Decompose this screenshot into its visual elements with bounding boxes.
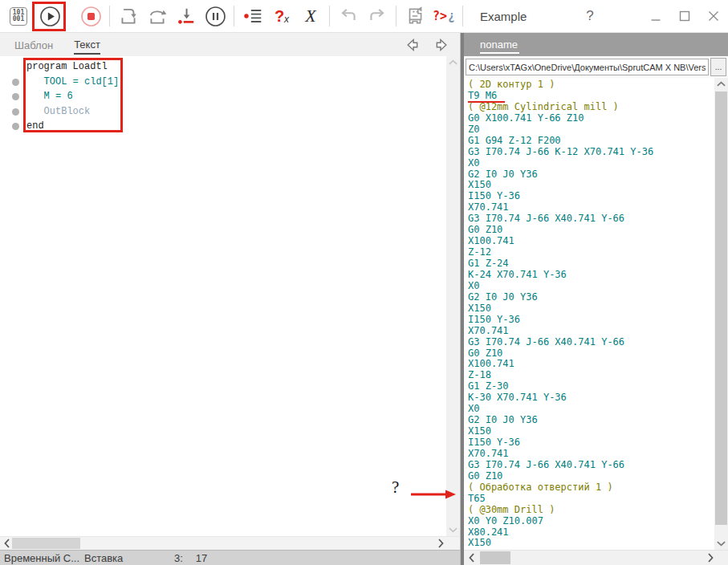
- undo-button[interactable]: [334, 2, 363, 30]
- gcode-output-area[interactable]: ( 2D контур 1 ) T9 M6 ( @12mm Cylindrica…: [464, 78, 728, 550]
- run-to-cursor-button[interactable]: [172, 2, 201, 30]
- gcode-line: X100.741: [468, 236, 710, 247]
- editor-vertical-scrollbar[interactable]: [446, 56, 460, 536]
- editor-tab-bar: Шаблон Текст: [0, 33, 460, 56]
- step-into-button[interactable]: [114, 2, 143, 30]
- editor-line-text: TOOL = cld[1]: [26, 76, 119, 87]
- nav-back-button[interactable]: [405, 36, 423, 54]
- editor-line[interactable]: M = 6: [26, 89, 460, 104]
- gcode-line: G3 I70.74 J-66 X40.741 Y-66: [468, 460, 710, 471]
- minimize-icon: [647, 7, 665, 25]
- gcode-line: X70.741: [468, 202, 710, 213]
- toolbar-separator: [234, 6, 234, 26]
- nav-forward-button[interactable]: [431, 36, 449, 54]
- status-session: Временный С...: [4, 552, 80, 564]
- editor-horizontal-scrollbar[interactable]: [0, 536, 460, 550]
- breakpoint-list-button[interactable]: [238, 2, 267, 30]
- gcode-line-text: X100.741: [468, 358, 514, 369]
- tab-navigation: [405, 36, 453, 54]
- gcode-output[interactable]: ( 2D контур 1 ) T9 M6 ( @12mm Cylindrica…: [464, 78, 728, 550]
- output-tab-bar: noname: [464, 33, 728, 56]
- run-button[interactable]: [35, 2, 64, 30]
- editor-line-text: M = 6: [26, 91, 73, 102]
- tab-noname[interactable]: noname: [480, 39, 519, 54]
- gcode-line: Z-18: [468, 370, 710, 381]
- tab-template[interactable]: Шаблон: [14, 35, 53, 54]
- watch-button[interactable]: ?x: [267, 2, 296, 30]
- gcode-line: G0 Z10: [468, 471, 710, 482]
- gcode-line-text: ( Обработка отверстий 1 ): [468, 482, 613, 493]
- gcode-line-text: G0 Z10: [468, 224, 502, 235]
- browse-button[interactable]: ...: [710, 58, 726, 76]
- scrollbar-thumb[interactable]: [715, 91, 727, 525]
- scroll-left-icon[interactable]: [2, 538, 12, 549]
- scroll-right-icon[interactable]: [706, 552, 715, 563]
- tab-text[interactable]: Текст: [74, 35, 100, 55]
- gcode-line-text: X150: [468, 303, 491, 314]
- machine-button[interactable]: [401, 2, 429, 30]
- gcode-line-text: G3 I70.74 J-66 X40.741 Y-66: [468, 213, 624, 224]
- redo-button[interactable]: [363, 2, 392, 30]
- gcode-line-text: G1 Z-30: [468, 380, 509, 392]
- minimize-button[interactable]: [641, 2, 670, 30]
- status-bar: Временный С... Вставка 3: 17: [0, 550, 460, 565]
- gcode-line-text: X80.241: [468, 526, 509, 538]
- scroll-down-icon[interactable]: [716, 539, 726, 547]
- editor-line[interactable]: end: [26, 119, 460, 134]
- gcode-line: G0 Z10: [468, 348, 710, 360]
- gcode-line-text: ( @30mm Drill ): [468, 504, 555, 515]
- gcode-line: X70.741: [468, 326, 710, 337]
- right-panel: noname ... ( 2D контур 1 ) T9 M6 ( @12mm…: [464, 33, 728, 565]
- gcode-line: X0 Y0 Z10.007: [468, 516, 710, 527]
- scroll-left-icon[interactable]: [467, 552, 477, 563]
- scroll-down-icon[interactable]: [448, 526, 458, 534]
- interpreter-query-button[interactable]: ?>¿: [429, 2, 458, 30]
- editor-line[interactable]: OutBlock: [26, 104, 460, 120]
- scroll-right-icon[interactable]: [436, 538, 445, 549]
- editor-line[interactable]: TOOL = cld[1]: [26, 75, 460, 90]
- gcode-line: X0: [468, 404, 710, 415]
- gcode-line-text: K-24 X70.741 Y-36: [468, 269, 567, 280]
- gcode-line: Z-12: [468, 247, 710, 258]
- watch-x-icon: x: [284, 14, 289, 25]
- gcode-line: T65: [468, 494, 710, 505]
- output-path-input[interactable]: [466, 59, 709, 75]
- nc-code-button[interactable]: 101 001: [4, 2, 33, 30]
- toolbar-separator: [396, 6, 397, 26]
- scrollbar-thumb[interactable]: [480, 551, 510, 564]
- pause-button[interactable]: [201, 2, 230, 30]
- gcode-line: K-24 X70.741 Y-36: [468, 270, 710, 281]
- output-vertical-scrollbar[interactable]: [714, 78, 728, 550]
- help-button[interactable]: ?: [586, 8, 593, 24]
- close-button[interactable]: [699, 2, 728, 30]
- stop-button[interactable]: [76, 2, 105, 30]
- variables-x-icon: X: [305, 6, 315, 26]
- gcode-line-text: X70.741: [468, 325, 509, 336]
- stop-icon: [80, 6, 102, 27]
- scroll-up-icon[interactable]: [716, 80, 726, 88]
- gcode-line: I150 Y-36: [468, 315, 710, 326]
- code-editor[interactable]: program Loadtl TOOL = cld[1] M = 6 OutBl…: [0, 56, 460, 536]
- scroll-up-icon[interactable]: [448, 59, 458, 67]
- gcode-line: ( @12mm Cylindrical mill ): [468, 102, 710, 113]
- gcode-line: X0: [468, 158, 710, 169]
- editor-line[interactable]: program Loadtl: [26, 59, 460, 75]
- maximize-button[interactable]: [670, 2, 699, 30]
- gcode-line-text: I150 Y-36: [468, 314, 520, 325]
- gcode-line-text: Z-18: [468, 369, 491, 380]
- step-over-button[interactable]: [143, 2, 172, 30]
- gcode-line: G2 I0 J0 Y36: [468, 169, 710, 181]
- editor-line-text: OutBlock: [26, 106, 90, 117]
- gcode-line-text: G0 X100.741 Y-66 Z10: [468, 112, 584, 124]
- editor-code[interactable]: program Loadtl TOOL = cld[1] M = 6 OutBl…: [0, 56, 460, 134]
- variables-button[interactable]: X: [296, 2, 325, 30]
- scrollbar-thumb[interactable]: [12, 538, 80, 549]
- gcode-line: X150: [468, 303, 710, 315]
- gcode-line-text: Z-12: [468, 246, 491, 258]
- output-horizontal-scrollbar[interactable]: [464, 550, 728, 565]
- gcode-line-text: X100.741: [468, 235, 514, 246]
- machine-icon: [405, 6, 425, 26]
- gcode-line: G0 X100.741 Y-66 Z10: [468, 113, 710, 124]
- maximize-icon: [676, 7, 693, 25]
- window-controls: [641, 2, 728, 30]
